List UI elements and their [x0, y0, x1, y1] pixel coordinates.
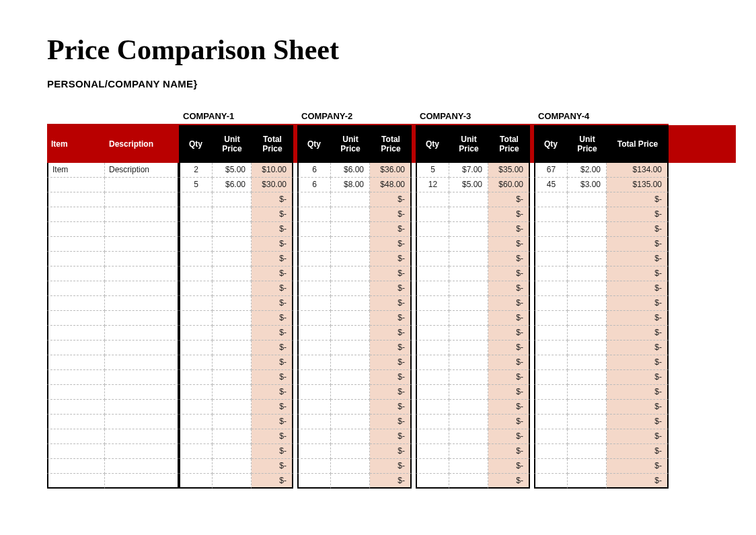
table-row[interactable]: $-$-$-$-	[47, 415, 736, 429]
cell-unit-price[interactable]	[568, 341, 607, 355]
cell-qty[interactable]	[297, 341, 331, 355]
cell-unit-price[interactable]	[331, 326, 370, 341]
cell-unit-price[interactable]	[568, 266, 607, 281]
cell-total-price[interactable]: $-	[252, 266, 293, 281]
cell-qty[interactable]: 2	[179, 163, 213, 178]
cell-unit-price[interactable]	[449, 370, 488, 385]
cell-unit-price[interactable]	[213, 207, 252, 222]
cell-item[interactable]	[47, 459, 105, 474]
cell-qty[interactable]	[416, 281, 449, 296]
cell-unit-price[interactable]	[331, 252, 370, 266]
cell-total-price[interactable]: $-	[370, 385, 412, 400]
cell-unit-price[interactable]	[568, 429, 607, 444]
cell-unit-price[interactable]	[568, 237, 607, 252]
cell-item[interactable]	[47, 326, 105, 341]
cell-item[interactable]	[47, 237, 105, 252]
cell-total-price[interactable]: $-	[252, 222, 293, 237]
cell-total-price[interactable]: $-	[252, 341, 293, 355]
cell-qty[interactable]	[416, 311, 449, 326]
table-row[interactable]: $-$-$-$-	[47, 326, 736, 341]
cell-unit-price[interactable]: $8.00	[331, 178, 370, 192]
cell-total-price[interactable]: $-	[252, 429, 293, 444]
cell-qty[interactable]	[179, 192, 213, 207]
cell-qty[interactable]	[297, 459, 331, 474]
cell-unit-price[interactable]: $7.00	[449, 163, 488, 178]
cell-unit-price[interactable]	[213, 415, 252, 429]
cell-unit-price[interactable]: $3.00	[568, 178, 607, 192]
table-row[interactable]: $-$-$-$-	[47, 341, 736, 355]
cell-description[interactable]	[105, 237, 179, 252]
cell-item[interactable]	[47, 252, 105, 266]
cell-unit-price[interactable]	[331, 400, 370, 415]
cell-qty[interactable]	[297, 400, 331, 415]
cell-qty[interactable]	[179, 296, 213, 311]
cell-qty[interactable]	[416, 252, 449, 266]
cell-item[interactable]	[47, 281, 105, 296]
cell-qty[interactable]	[416, 459, 449, 474]
cell-qty[interactable]	[534, 400, 568, 415]
cell-total-price[interactable]: $-	[370, 266, 412, 281]
cell-total-price[interactable]: $-	[370, 474, 412, 489]
cell-qty[interactable]	[416, 192, 449, 207]
cell-unit-price[interactable]	[568, 459, 607, 474]
cell-total-price[interactable]: $-	[488, 355, 530, 370]
table-row[interactable]: $-$-$-$-	[47, 311, 736, 326]
cell-description[interactable]	[105, 207, 179, 222]
cell-unit-price[interactable]	[568, 207, 607, 222]
cell-description[interactable]	[105, 252, 179, 266]
cell-total-price[interactable]: $-	[607, 296, 669, 311]
cell-total-price[interactable]: $48.00	[370, 178, 412, 192]
table-row[interactable]: $-$-$-$-	[47, 237, 736, 252]
cell-qty[interactable]	[179, 459, 213, 474]
cell-total-price[interactable]: $-	[607, 400, 669, 415]
cell-unit-price[interactable]	[331, 341, 370, 355]
cell-unit-price[interactable]	[213, 341, 252, 355]
cell-unit-price[interactable]	[449, 266, 488, 281]
cell-qty[interactable]	[179, 429, 213, 444]
cell-description[interactable]	[105, 296, 179, 311]
cell-item[interactable]	[47, 355, 105, 370]
cell-unit-price[interactable]	[331, 444, 370, 459]
cell-total-price[interactable]: $-	[607, 444, 669, 459]
cell-qty[interactable]: 12	[416, 178, 449, 192]
cell-unit-price[interactable]	[213, 355, 252, 370]
cell-description[interactable]	[105, 415, 179, 429]
cell-total-price[interactable]: $-	[252, 252, 293, 266]
cell-qty[interactable]	[179, 326, 213, 341]
cell-qty[interactable]	[534, 296, 568, 311]
cell-qty[interactable]	[534, 415, 568, 429]
table-row[interactable]: $-$-$-$-	[47, 222, 736, 237]
cell-qty[interactable]	[297, 207, 331, 222]
cell-unit-price[interactable]: $5.00	[213, 163, 252, 178]
cell-unit-price[interactable]	[213, 370, 252, 385]
cell-qty[interactable]	[179, 444, 213, 459]
cell-total-price[interactable]: $-	[607, 474, 669, 489]
cell-qty[interactable]: 6	[297, 178, 331, 192]
cell-qty[interactable]: 5	[416, 163, 449, 178]
cell-unit-price[interactable]	[449, 474, 488, 489]
cell-qty[interactable]	[534, 311, 568, 326]
cell-unit-price[interactable]: $2.00	[568, 163, 607, 178]
cell-total-price[interactable]: $-	[252, 370, 293, 385]
table-row[interactable]: $-$-$-$-	[47, 296, 736, 311]
cell-total-price[interactable]: $-	[252, 474, 293, 489]
cell-total-price[interactable]: $-	[488, 341, 530, 355]
cell-qty[interactable]	[534, 370, 568, 385]
cell-unit-price[interactable]	[568, 370, 607, 385]
cell-qty[interactable]	[179, 355, 213, 370]
cell-unit-price[interactable]	[213, 459, 252, 474]
cell-unit-price[interactable]	[449, 222, 488, 237]
cell-qty[interactable]	[534, 474, 568, 489]
cell-total-price[interactable]: $-	[370, 400, 412, 415]
cell-qty[interactable]	[416, 415, 449, 429]
cell-qty[interactable]	[416, 296, 449, 311]
cell-total-price[interactable]: $-	[370, 429, 412, 444]
cell-total-price[interactable]: $-	[488, 444, 530, 459]
cell-qty[interactable]	[416, 400, 449, 415]
cell-unit-price[interactable]	[449, 192, 488, 207]
table-row[interactable]: $-$-$-$-	[47, 252, 736, 266]
cell-total-price[interactable]: $-	[607, 311, 669, 326]
cell-description[interactable]	[105, 341, 179, 355]
cell-total-price[interactable]: $-	[252, 444, 293, 459]
cell-unit-price[interactable]	[331, 311, 370, 326]
